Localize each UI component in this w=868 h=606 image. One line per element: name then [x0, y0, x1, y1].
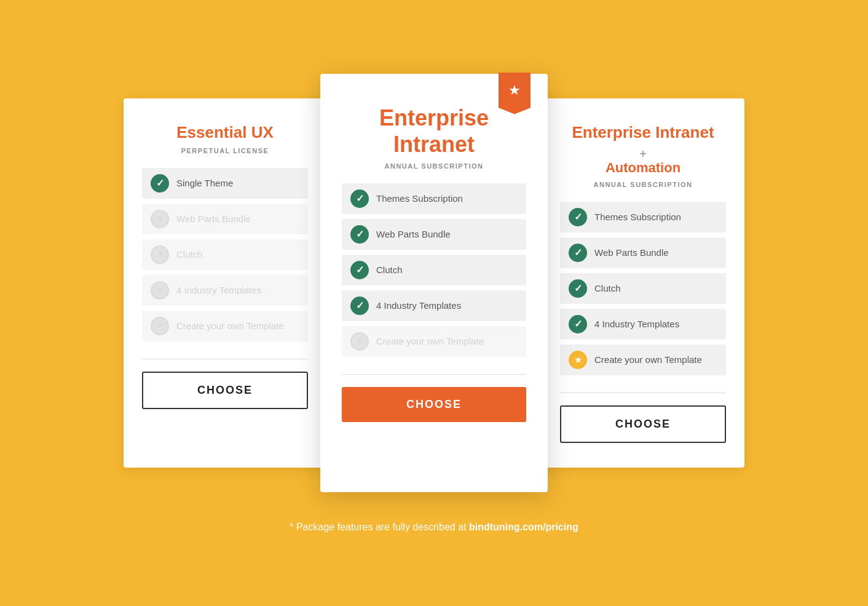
check-icon-themes-eia	[569, 208, 587, 226]
x-icon-create-ei	[350, 332, 369, 351]
plus-sign-eia: +	[560, 147, 726, 161]
feature-label-web-parts-eia: Web Parts Bundle	[594, 247, 669, 258]
check-icon-industry-eia	[569, 315, 587, 333]
feature-label-create-eia: Create your own Template	[594, 354, 702, 365]
feature-create-template-ei: Create your own Template	[342, 326, 526, 357]
feature-web-parts-bundle: Web Parts Bundle	[142, 204, 308, 234]
card-essential-ux: Essential UX PERPETUAL LICENSE Single Th…	[124, 98, 326, 468]
feature-label-themes-eia: Themes Subscription	[594, 212, 681, 222]
card-enterprise-automation: Enterprise Intranet + Automation ANNUAL …	[542, 98, 744, 468]
feature-create-template: Create your own Template	[142, 311, 308, 341]
x-icon-web-parts-bundle	[151, 210, 169, 228]
check-icon-web-parts-ei	[350, 225, 369, 244]
check-icon-web-parts-eia	[569, 244, 587, 262]
feature-label-create-template: Create your own Template	[176, 321, 284, 331]
feature-single-theme: Single Theme	[142, 168, 308, 199]
star-icon: ★	[508, 84, 521, 97]
footer-note: * Package features are fully described a…	[290, 522, 578, 533]
features-list-essential-ux: Single Theme Web Parts Bundle Clutch 4 I…	[142, 168, 308, 341]
check-icon-industry-ei	[350, 297, 369, 315]
check-icon-themes-ei	[350, 189, 369, 208]
divider-eia	[560, 393, 726, 393]
feature-label-web-parts-ei: Web Parts Bundle	[376, 229, 451, 239]
feature-label-clutch: Clutch	[176, 249, 203, 260]
divider-essential-ux	[142, 359, 308, 359]
feature-clutch: Clutch	[142, 239, 308, 270]
license-type-eia: ANNUAL SUBSCRIPTION	[560, 181, 726, 188]
feature-label-industry-templates: 4 Industry Templates	[176, 285, 261, 295]
feature-themes-subscription-eia: Themes Subscription	[560, 202, 726, 233]
feature-web-parts-bundle-eia: Web Parts Bundle	[560, 237, 726, 268]
feature-label-themes-ei: Themes Subscription	[376, 193, 463, 204]
x-icon-industry-templates	[151, 281, 169, 300]
feature-create-template-eia: Create your own Template	[560, 345, 726, 375]
license-type-enterprise: ANNUAL SUBSCRIPTION	[342, 162, 526, 170]
divider-enterprise	[342, 374, 526, 375]
check-icon-clutch-eia	[569, 279, 587, 298]
card-subtitle-eia: Automation	[560, 160, 726, 176]
check-icon-clutch-ei	[350, 261, 369, 279]
card-title-enterprise: Enterprise Intranet	[342, 105, 526, 157]
feature-clutch-eia: Clutch	[560, 273, 726, 304]
card-title-essential-ux: Essential UX	[142, 123, 308, 142]
choose-button-enterprise-intranet[interactable]: CHOOSE	[342, 387, 526, 422]
x-icon-create-template	[151, 317, 169, 335]
features-list-enterprise: Themes Subscription Web Parts Bundle Clu…	[342, 183, 526, 357]
feature-industry-templates-eia: 4 Industry Templates	[560, 309, 726, 340]
featured-badge: ★	[499, 73, 531, 114]
feature-themes-subscription-ei: Themes Subscription	[342, 183, 526, 214]
feature-label-clutch-eia: Clutch	[594, 283, 621, 293]
card-enterprise-intranet: ★ Enterprise Intranet ANNUAL SUBSCRIPTIO…	[320, 74, 548, 492]
feature-label-web-parts-bundle: Web Parts Bundle	[176, 213, 251, 224]
card-title-line2: Intranet	[393, 132, 475, 157]
card-title-eia: Enterprise Intranet	[560, 123, 726, 142]
license-type-essential-ux: PERPETUAL LICENSE	[142, 147, 308, 154]
check-icon-single-theme	[151, 174, 169, 193]
feature-label-industry-eia: 4 Industry Templates	[594, 319, 679, 329]
feature-clutch-ei: Clutch	[342, 255, 526, 285]
pricing-container: Essential UX PERPETUAL LICENSE Single Th…	[96, 74, 772, 492]
footer-prefix: * Package features are fully described a…	[290, 522, 469, 532]
features-list-eia: Themes Subscription Web Parts Bundle Clu…	[560, 202, 726, 375]
feature-industry-templates-ei: 4 Industry Templates	[342, 290, 526, 321]
feature-label-create-ei: Create your own Template	[376, 336, 484, 346]
feature-label-single-theme: Single Theme	[176, 178, 233, 188]
feature-web-parts-bundle-ei: Web Parts Bundle	[342, 219, 526, 250]
footer-link: bindtuning.com/pricing	[469, 522, 578, 532]
card-title-line1: Enterprise	[379, 105, 489, 130]
feature-industry-templates: 4 Industry Templates	[142, 275, 308, 306]
star-icon-create-eia	[569, 351, 587, 369]
choose-button-eia[interactable]: CHOOSE	[560, 405, 726, 443]
choose-button-essential-ux[interactable]: CHOOSE	[142, 372, 308, 409]
x-icon-clutch	[151, 245, 169, 264]
feature-label-industry-ei: 4 Industry Templates	[376, 300, 461, 311]
feature-label-clutch-ei: Clutch	[376, 265, 403, 275]
